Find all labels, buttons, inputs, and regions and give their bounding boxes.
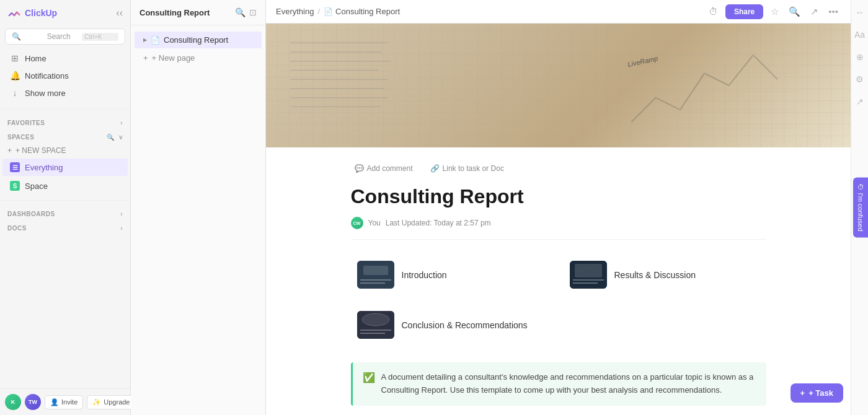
invite-button[interactable]: 👤 Invite	[45, 395, 83, 409]
dashboards-section-header: DASHBOARDS ›	[0, 206, 130, 220]
subpage-results-label: Results & Discussion	[614, 270, 696, 280]
breadcrumb: Everything / 📄 Consulting Report	[276, 7, 400, 16]
content-area: LiveRamp 💬 Add comment 🔗 Link to task or…	[266, 24, 851, 415]
subpages-grid: Introduction	[351, 255, 766, 345]
author-avatar: CW	[351, 217, 363, 229]
docs-expand[interactable]: ›	[120, 225, 123, 232]
new-page-button[interactable]: + + New page	[135, 50, 262, 66]
comment-icon: 💬	[355, 164, 364, 173]
right-move-icon[interactable]: ⊕	[854, 50, 866, 64]
spaces-section-header: SPACES 🔍 ∨	[0, 129, 130, 143]
confused-label: I'm confused	[857, 193, 864, 231]
spaces-search-icon[interactable]: 🔍	[107, 134, 115, 141]
svg-rect-20	[575, 264, 602, 277]
doc-last-updated: Last Updated: Today at 2:57 pm	[386, 219, 491, 227]
main-content: Everything / 📄 Consulting Report ⏱ Share…	[266, 0, 851, 415]
confused-tab[interactable]: ⏱ I'm confused	[853, 177, 868, 237]
check-icon: ✅	[363, 372, 375, 397]
clickup-logo[interactable]: ClickUp	[7, 6, 57, 20]
panel-tree: ▶ 📄 Consulting Report + + New page	[131, 25, 265, 72]
right-share-icon[interactable]: ↗	[854, 94, 866, 109]
tree-item-consulting-report[interactable]: ▶ 📄 Consulting Report	[135, 32, 262, 48]
right-font-icon[interactable]: Aa	[852, 27, 867, 42]
breadcrumb-current-label[interactable]: Consulting Report	[335, 7, 400, 16]
doc-area: 💬 Add comment 🔗 Link to task or Doc Cons…	[326, 147, 791, 415]
confused-icon: ⏱	[857, 183, 864, 190]
info-box: ✅ A document detailing a consultant's kn…	[351, 362, 766, 406]
subpage-results-thumbnail	[570, 261, 607, 289]
doc-meta: CW You Last Updated: Today at 2:57 pm	[351, 217, 766, 240]
sidebar-nav: ⊞ Home 🔔 Notifications ↓ Show more	[0, 47, 130, 104]
down-arrow-icon: ↓	[10, 88, 20, 98]
breadcrumb-doc-icon: 📄	[324, 7, 333, 16]
share-button[interactable]: Share	[725, 4, 763, 19]
search-bar[interactable]: 🔍 Search Ctrl+K	[5, 28, 125, 45]
subpage-intro-thumbnail	[357, 261, 394, 289]
timer-icon[interactable]: ⏱	[706, 4, 720, 19]
upgrade-button[interactable]: ✨ Upgrade	[87, 395, 135, 409]
favorites-section-header: FAVORITES ›	[0, 115, 130, 129]
search-shortcut: Ctrl+K	[82, 33, 118, 41]
add-comment-button[interactable]: 💬 Add comment	[351, 162, 417, 175]
user-avatar-tw: TW	[25, 394, 41, 410]
subpage-results[interactable]: Results & Discussion	[564, 255, 766, 295]
search-icon[interactable]: 🔍	[786, 4, 803, 20]
sidebar-item-notifications[interactable]: 🔔 Notifications	[0, 67, 130, 84]
sidebar-item-home[interactable]: ⊞ Home	[0, 50, 130, 67]
search-icon: 🔍	[12, 32, 43, 41]
sidebar-item-everything[interactable]: ☰ Everything	[2, 159, 128, 176]
svg-rect-19	[573, 282, 598, 284]
info-text: A document detailing a consultant's know…	[381, 371, 756, 397]
panel-layout-icon[interactable]: ⊡	[249, 7, 257, 17]
subpage-conclusion-thumbnail	[357, 311, 394, 339]
sidebar-collapse-icon[interactable]: ‹‹	[116, 7, 123, 19]
document-title: Consulting Report	[351, 185, 766, 208]
nav-home-label: Home	[25, 54, 46, 63]
task-fab-button[interactable]: + + Task	[790, 383, 843, 403]
star-icon[interactable]: ☆	[768, 4, 781, 20]
panel-search-icon[interactable]: 🔍	[235, 7, 246, 17]
panel-title: Consulting Report	[140, 8, 210, 17]
sidebar-item-space[interactable]: S Space	[2, 177, 128, 194]
everything-icon: ☰	[10, 162, 20, 172]
link-icon: 🔗	[430, 164, 440, 173]
export-icon[interactable]: ↗	[808, 4, 821, 20]
link-task-button[interactable]: 🔗 Link to task or Doc	[427, 162, 508, 175]
breadcrumb-current: 📄 Consulting Report	[324, 7, 400, 16]
breadcrumb-parent[interactable]: Everything	[276, 7, 314, 16]
svg-rect-16	[363, 266, 388, 275]
doc-author: You	[368, 219, 381, 227]
svg-rect-23	[360, 333, 385, 334]
dashboards-expand[interactable]: ›	[120, 211, 123, 217]
hero-image: LiveRamp	[266, 24, 851, 147]
tree-item-label: Consulting Report	[164, 35, 228, 45]
right-collapse-icon[interactable]: ↔	[853, 5, 867, 20]
search-placeholder: Search	[47, 32, 79, 41]
new-space-button[interactable]: + + NEW SPACE	[0, 143, 130, 158]
subpage-conclusion-label: Conclusion & Recommendations	[402, 320, 528, 330]
docs-section-header: DOCS ›	[0, 220, 130, 234]
nav-show-more-label: Show more	[25, 89, 66, 98]
top-bar: Everything / 📄 Consulting Report ⏱ Share…	[266, 0, 851, 24]
svg-rect-15	[360, 282, 385, 284]
panel-header: Consulting Report 🔍 ⊡	[131, 0, 265, 25]
task-fab-label: + Task	[808, 388, 833, 398]
user-avatar-k: K	[5, 394, 21, 410]
right-settings-icon[interactable]: ⚙	[853, 72, 866, 87]
favorites-collapse[interactable]: ›	[120, 120, 123, 126]
task-fab-plus-icon: +	[800, 388, 805, 398]
subpage-introduction[interactable]: Introduction	[351, 255, 554, 295]
doc-icon: 📄	[151, 36, 160, 45]
tree-expand-arrow: ▶	[143, 37, 147, 43]
bell-icon: 🔔	[10, 71, 20, 81]
spaces-chevron-icon[interactable]: ∨	[118, 134, 123, 141]
sidebar-item-show-more[interactable]: ↓ Show more	[0, 84, 130, 102]
invite-icon: 👤	[50, 398, 59, 406]
doc-toolbar: 💬 Add comment 🔗 Link to task or Doc	[351, 162, 766, 175]
subpage-conclusion[interactable]: Conclusion & Recommendations	[351, 305, 554, 345]
top-bar-actions: ⏱ Share ☆ 🔍 ↗ •••	[706, 4, 841, 20]
more-options-icon[interactable]: •••	[826, 4, 841, 19]
middle-panel: Consulting Report 🔍 ⊡ ▶ 📄 Consulting Rep…	[131, 0, 266, 415]
spaces-actions[interactable]: 🔍 ∨	[107, 134, 123, 141]
panel-actions: 🔍 ⊡	[235, 7, 257, 17]
